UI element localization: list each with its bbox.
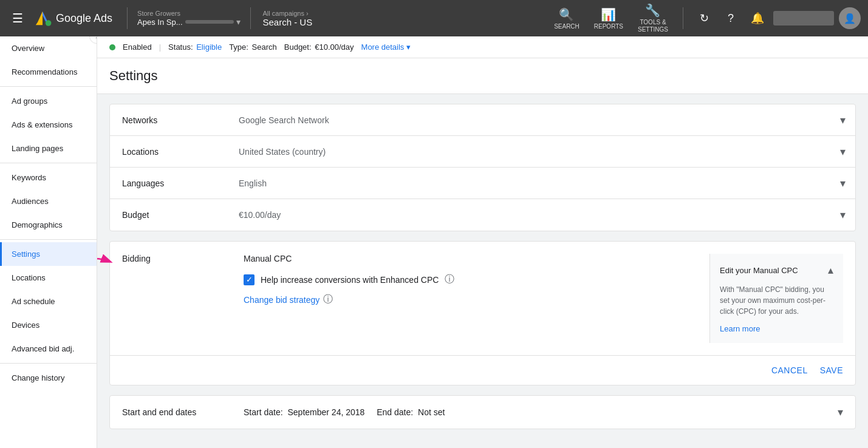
bidding-center: Manual CPC ✓ Help increase conversions w… [231, 254, 709, 306]
reports-nav-btn[interactable]: 📊 REPORTS [589, 5, 628, 32]
bidding-right-chevron-icon[interactable]: ▴ [828, 263, 833, 277]
networks-chevron-icon[interactable]: ▾ [830, 114, 855, 127]
status-bar: Enabled | Status: Eligible Type: Search … [97, 36, 868, 58]
account-name: Apes In Sp... [137, 18, 182, 27]
bidding-right-panel: Edit your Manual CPC ▴ With "Manual CPC"… [709, 254, 843, 343]
dates-card[interactable]: Start and end dates Start date: Septembe… [109, 395, 856, 429]
hamburger-menu[interactable]: ☰ [7, 6, 28, 30]
languages-value: English [231, 169, 830, 198]
help-btn[interactable]: ? [720, 7, 742, 29]
settings-row-languages[interactable]: Languages English ▾ [110, 168, 855, 199]
sidebar-item-settings[interactable]: Settings ← [0, 242, 97, 266]
google-ads-logo: Google Ads [33, 8, 112, 28]
bidding-label: Bidding [122, 254, 231, 263]
user-avatar[interactable]: 👤 [839, 7, 861, 29]
refresh-btn[interactable]: ↻ [693, 7, 715, 29]
bidding-value: Manual CPC [244, 254, 697, 263]
account-breadcrumb[interactable]: Store Growers Apes In Sp... ▾ [137, 10, 240, 27]
reports-nav-icon: 📊 [601, 7, 616, 22]
nav-divider-3 [683, 7, 683, 29]
settings-row-networks[interactable]: Networks Google Search Network ▾ [110, 104, 855, 136]
action-bar: CANCEL SAVE [110, 356, 855, 385]
sidebar-item-recommendations[interactable]: Recommendations [0, 60, 97, 84]
logo-text: Google Ads [56, 12, 112, 25]
settings-row-locations[interactable]: Locations United States (country) ▾ [110, 136, 855, 168]
tools-nav-icon: 🔧 [645, 3, 660, 18]
budget-value: €10.00/day [315, 42, 354, 52]
sidebar-item-label: Audiences [12, 197, 49, 206]
change-bid-help-icon[interactable]: ⓘ [323, 293, 333, 306]
svg-point-3 [46, 20, 52, 26]
tools-nav-btn[interactable]: 🔧 TOOLS &SETTINGS [633, 1, 673, 36]
sidebar-item-change-history[interactable]: Change history [0, 366, 97, 390]
notifications-btn[interactable]: 🔔 [747, 7, 768, 29]
sidebar-item-label: Settings [12, 249, 40, 259]
budget-chevron-icon[interactable]: ▾ [830, 208, 855, 222]
change-bid-strategy-btn[interactable]: Change bid strategy ⓘ [244, 293, 697, 306]
sidebar-divider-3 [0, 239, 97, 240]
bidding-right-title: Edit your Manual CPC [720, 266, 798, 275]
more-details-chevron-icon: ▾ [406, 42, 411, 52]
sidebar-item-advanced-bid[interactable]: Advanced bid adj. [0, 337, 97, 361]
end-date-value: Not set [418, 407, 445, 417]
budget-value-row: €10.00/day [231, 200, 830, 229]
locations-value: United States (country) [231, 137, 830, 166]
sidebar-item-keywords[interactable]: Keywords [0, 166, 97, 189]
networks-value: Google Search Network [231, 106, 830, 135]
type-label: Type: Search [229, 42, 277, 52]
dates-label: Start and end dates [122, 407, 244, 417]
bidding-right-desc: With "Manual CPC" bidding, you set your … [720, 284, 833, 317]
enhanced-cpc-checkbox[interactable]: ✓ [244, 274, 255, 285]
enhanced-cpc-label: Help increase conversions with Enhanced … [261, 275, 439, 285]
sidebar-item-landing-pages[interactable]: Landing pages [0, 137, 97, 160]
budget-label: Budget: €10.00/day [284, 42, 354, 52]
cancel-button[interactable]: CANCEL [771, 365, 808, 375]
settings-arrow-indicator: ← [97, 247, 97, 261]
search-nav-btn[interactable]: 🔍 SEARCH [549, 5, 584, 32]
status-divider: | [159, 42, 161, 52]
start-date-label: Start date: [244, 407, 283, 417]
bidding-top: Bidding Manual CPC ✓ Help increase conve… [110, 242, 855, 356]
settings-card-top: Networks Google Search Network ▾ Locatio… [109, 104, 856, 231]
sidebar-item-audiences[interactable]: Audiences [0, 189, 97, 213]
sidebar-item-ad-schedule[interactable]: Ad schedule [0, 290, 97, 313]
more-details-btn[interactable]: More details ▾ [361, 42, 411, 52]
sidebar-item-label: Overview [12, 44, 44, 53]
start-date-value: September 24, 2018 [287, 407, 364, 417]
end-date-label: End date: [377, 407, 413, 417]
enhanced-cpc-help-icon[interactable]: ⓘ [445, 273, 454, 286]
account-dropdown-icon[interactable]: ▾ [236, 17, 241, 27]
save-button[interactable]: SAVE [820, 365, 843, 375]
sidebar-item-label: Devices [12, 321, 39, 330]
languages-label: Languages [110, 169, 231, 198]
enabled-status: Enabled [123, 42, 152, 52]
type-value: Search [252, 42, 277, 52]
sidebar-item-devices[interactable]: Devices [0, 313, 97, 337]
sidebar-item-ads-extensions[interactable]: Ads & extensions [0, 113, 97, 137]
sidebar-item-label: Advanced bid adj. [12, 344, 74, 353]
sidebar-divider-4 [0, 363, 97, 364]
learn-more-link[interactable]: Learn more [720, 324, 833, 333]
sidebar-item-label: Keywords [12, 173, 46, 182]
settings-row-budget[interactable]: Budget €10.00/day ▾ [110, 199, 855, 231]
nav-divider-2 [250, 7, 251, 29]
sidebar-divider-1 [0, 86, 97, 87]
sidebar-item-overview[interactable]: Overview [0, 36, 97, 60]
sidebar-item-label: Ad groups [12, 97, 47, 106]
sidebar-item-demographics[interactable]: Demographics [0, 213, 97, 237]
bidding-section: Bidding Manual CPC ✓ Help increase conve… [109, 241, 856, 385]
campaign-label: All campaigns › [263, 10, 313, 17]
locations-chevron-icon[interactable]: ▾ [830, 145, 855, 158]
sidebar-item-ad-groups[interactable]: Ad groups [0, 89, 97, 113]
tools-nav-label: TOOLS &SETTINGS [638, 19, 668, 33]
sidebar-item-label: Ads & extensions [12, 120, 72, 129]
languages-chevron-icon[interactable]: ▾ [830, 177, 855, 190]
page-title: Settings [97, 58, 868, 94]
dates-chevron-icon[interactable]: ▾ [838, 406, 843, 419]
sidebar-item-locations[interactable]: Locations [0, 266, 97, 290]
sidebar-item-label: Locations [12, 273, 46, 282]
svg-marker-1 [36, 12, 43, 25]
search-nav-icon: 🔍 [559, 7, 574, 22]
account-selector[interactable] [773, 11, 834, 25]
sidebar: › Overview Recommendations Ad groups Ads… [0, 36, 97, 448]
